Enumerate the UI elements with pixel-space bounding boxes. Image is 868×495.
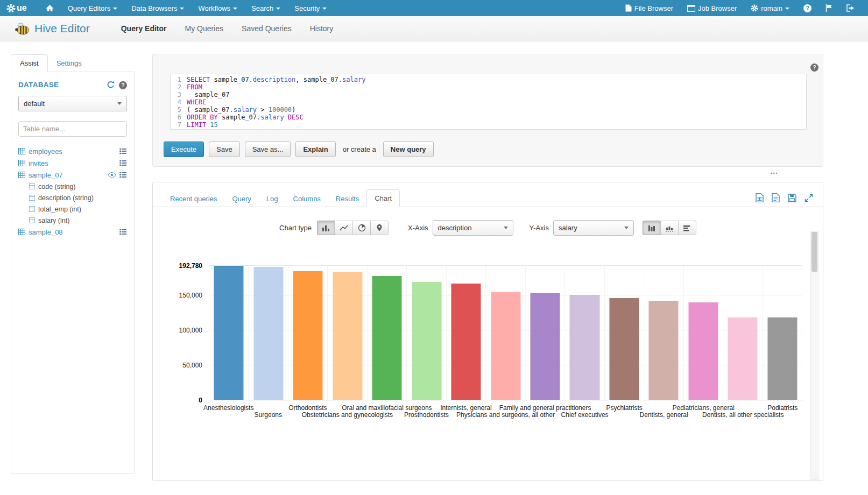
nav-label: File Browser: [634, 4, 673, 12]
preview-data-icon[interactable]: [119, 148, 127, 154]
bar-14[interactable]: [767, 317, 797, 400]
bar-12[interactable]: [688, 302, 718, 400]
bar-9[interactable]: [570, 295, 599, 400]
tab-query[interactable]: Query: [224, 190, 258, 207]
download-xls-icon[interactable]: [756, 193, 764, 202]
tab-query-editor[interactable]: Query Editor: [121, 24, 167, 33]
bar-5[interactable]: [412, 282, 441, 400]
nav-label: Data Browsers: [131, 4, 177, 12]
x-tick-label: Prosthodontists: [404, 411, 449, 419]
preview-data-icon[interactable]: [119, 160, 127, 166]
table-name[interactable]: employees: [29, 147, 62, 155]
tab-log[interactable]: Log: [259, 190, 286, 207]
help-icon[interactable]: ?: [119, 80, 127, 89]
column-row-salary[interactable]: salary (int): [18, 215, 127, 226]
bar-8[interactable]: [530, 293, 560, 400]
horizontal-bars-button[interactable]: [678, 221, 696, 235]
nav-file-browser[interactable]: File Browser: [618, 0, 680, 16]
column-row-total-emp[interactable]: total_emp (int): [18, 203, 127, 215]
save-button[interactable]: Save: [209, 142, 240, 157]
table-row-sample-08[interactable]: sample_08: [18, 226, 127, 238]
tab-history[interactable]: History: [310, 24, 334, 33]
help-icon: ?: [803, 4, 811, 12]
bar-3[interactable]: [333, 272, 362, 400]
bar-11[interactable]: [649, 301, 679, 400]
bar-1[interactable]: [253, 267, 283, 400]
tab-my-queries[interactable]: My Queries: [185, 24, 224, 33]
home-button[interactable]: [39, 0, 61, 16]
preview-data-icon[interactable]: [119, 172, 127, 178]
scrollbar-thumb[interactable]: [811, 232, 817, 272]
panel-resize-handle[interactable]: ...: [770, 169, 778, 173]
nav-data-browsers[interactable]: Data Browsers: [124, 0, 191, 16]
table-row-invites[interactable]: invites: [18, 157, 127, 169]
bar-0[interactable]: [214, 266, 244, 400]
bar-13[interactable]: [728, 317, 758, 400]
bar-7[interactable]: [491, 292, 520, 400]
sql-editor[interactable]: 1SELECT sample_07.description, sample_07…: [170, 74, 807, 130]
database-select[interactable]: default: [18, 96, 127, 111]
explain-button[interactable]: Explain: [295, 142, 335, 157]
table-row-employees[interactable]: employees: [18, 145, 127, 157]
code-line: 6ORDER BY sample_07.salary DESC: [171, 114, 806, 121]
refresh-icon[interactable]: [107, 81, 115, 89]
tab-saved-queries[interactable]: Saved Queries: [242, 24, 292, 33]
chevron-down-icon: [117, 102, 122, 105]
column-icon: [29, 206, 35, 212]
code-line: 1SELECT sample_07.description, sample_07…: [171, 76, 806, 83]
table-filter-input[interactable]: [18, 121, 127, 137]
nav-query-editors[interactable]: Query Editors: [61, 0, 124, 16]
top-navbar: ue Query Editors Data Browsers Workflows…: [0, 0, 868, 16]
save-results-icon[interactable]: [788, 194, 796, 202]
execute-button[interactable]: Execute: [164, 142, 204, 157]
nav-help-button[interactable]: ?: [796, 0, 818, 16]
eye-icon[interactable]: [108, 172, 116, 178]
nav-security[interactable]: Security: [287, 0, 334, 16]
bar-chart-button[interactable]: [317, 221, 335, 235]
hue-logo[interactable]: ue: [6, 3, 27, 13]
preview-data-icon[interactable]: [119, 229, 127, 235]
expand-icon[interactable]: [805, 194, 813, 202]
chart-yaxis: 050,000100,000150,000192,780: [155, 266, 209, 400]
x-axis-select[interactable]: description: [433, 220, 513, 236]
tab-settings[interactable]: Settings: [48, 55, 90, 72]
nav-job-browser[interactable]: Job Browser: [680, 0, 744, 16]
nav-search[interactable]: Search: [244, 0, 287, 16]
nav-label: Search: [251, 4, 273, 12]
results-scrollbar[interactable]: [810, 231, 818, 480]
map-chart-button[interactable]: [370, 221, 389, 235]
grouped-bars-button[interactable]: [643, 221, 661, 235]
table-name[interactable]: sample_08: [29, 228, 63, 236]
tab-columns[interactable]: Columns: [286, 190, 328, 207]
bar-6[interactable]: [451, 284, 481, 400]
tab-chart[interactable]: Chart: [366, 189, 400, 207]
table-icon: [18, 160, 25, 166]
table-row-sample-07[interactable]: sample_07: [18, 169, 127, 181]
tab-recent-queries[interactable]: Recent queries: [163, 190, 224, 207]
help-icon[interactable]: ?: [810, 62, 818, 72]
stacked-bars-button[interactable]: [660, 221, 679, 235]
nav-logout-button[interactable]: [839, 0, 862, 16]
bar-10[interactable]: [609, 298, 639, 400]
nav-workflows[interactable]: Workflows: [191, 0, 244, 16]
table-name[interactable]: sample_07: [29, 171, 63, 179]
bar-4[interactable]: [372, 276, 402, 400]
line-chart-button[interactable]: [335, 221, 353, 235]
results-tabs: Recent queries Query Log Columns Results…: [153, 182, 823, 207]
nav-flag-button[interactable]: [818, 0, 839, 16]
tab-results[interactable]: Results: [328, 190, 366, 207]
nav-user-menu[interactable]: romain: [744, 0, 796, 16]
chevron-down-icon: [276, 8, 280, 10]
new-query-button[interactable]: New query: [383, 142, 434, 157]
bar-mode-group: [643, 221, 696, 235]
column-row-description[interactable]: description (string): [18, 192, 127, 203]
pie-chart-button[interactable]: [352, 221, 371, 235]
tab-assist[interactable]: Assist: [11, 54, 48, 72]
save-as-button[interactable]: Save as...: [245, 142, 291, 157]
bar-2[interactable]: [293, 271, 323, 400]
y-axis-select[interactable]: salary: [553, 220, 634, 236]
table-name[interactable]: invites: [29, 159, 48, 167]
code-line: 3 sample_07: [171, 91, 806, 98]
column-row-code[interactable]: code (string): [18, 181, 127, 192]
download-results-icon[interactable]: [772, 193, 780, 202]
